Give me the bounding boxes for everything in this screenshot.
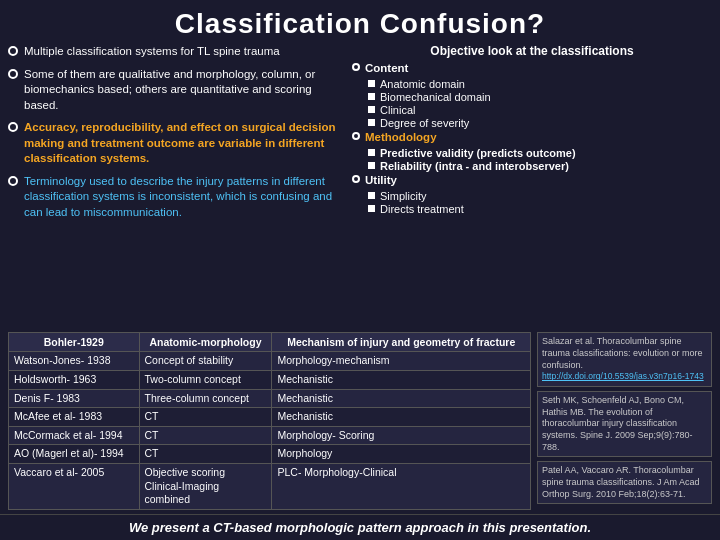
title-bar: Classification Confusion? [0, 0, 720, 44]
table-row: Denis F- 1983Three-column conceptMechani… [9, 389, 531, 408]
sub-text-reliability: Reliability (intra - and interobserver) [380, 160, 569, 172]
bullet-circle-3 [8, 122, 18, 132]
table-cell: Bohler-1929 [9, 333, 140, 352]
ref-link-1[interactable]: http://dx.doi.org/10.5539/jas.v3n7p16-17… [542, 371, 704, 381]
content-section: Content [352, 61, 712, 76]
methodology-label: Methodology [365, 130, 437, 145]
content-circle [352, 63, 360, 71]
table-cell: Morphology-mechanism [272, 352, 531, 371]
table-wrapper: Bohler-1929Anatomic-morphologyMechanism … [8, 332, 531, 510]
sub-square-6 [368, 162, 375, 169]
sub-directs: Directs treatment [368, 203, 712, 215]
sub-text-degree: Degree of severity [380, 117, 469, 129]
table-row: Watson-Jones- 1938Concept of stabilityMo… [9, 352, 531, 371]
table-cell: Anatomic-morphology [139, 333, 272, 352]
bullet-text-3: Accuracy, reproducibility, and effect on… [24, 120, 340, 167]
sub-degree: Degree of severity [368, 117, 712, 129]
sub-square-4 [368, 119, 375, 126]
page: Classification Confusion? Multiple class… [0, 0, 720, 540]
reference-panel: Salazar et al. Thoracolumbar spine traum… [537, 332, 712, 510]
table-area: Bohler-1929Anatomic-morphologyMechanism … [0, 328, 720, 514]
main-content: Multiple classification systems for TL s… [0, 44, 720, 328]
methodology-section: Methodology [352, 130, 712, 145]
ref-text-2: Seth MK, Schoenfeld AJ, Bono CM, Hathis … [542, 395, 693, 452]
table-row: AO (Magerl et al)- 1994CTMorphology [9, 445, 531, 464]
table-cell: Mechanistic [272, 370, 531, 389]
bullet-circle-4 [8, 176, 18, 186]
bullet-circle-2 [8, 69, 18, 79]
table-row: McCormack et al- 1994CTMorphology- Scori… [9, 426, 531, 445]
table-cell: CT [139, 408, 272, 427]
sub-square-8 [368, 205, 375, 212]
table-cell: PLC- Morphology-Clinical [272, 464, 531, 510]
table-cell: CT [139, 426, 272, 445]
sub-square-1 [368, 80, 375, 87]
footer-bar: We present a CT-based morphologic patter… [0, 514, 720, 540]
sub-text-simplicity: Simplicity [380, 190, 426, 202]
table-cell: Mechanistic [272, 408, 531, 427]
ref-text-1: Salazar et al. Thoracolumbar spine traum… [542, 336, 703, 369]
right-panel: Objective look at the classifications Co… [348, 44, 712, 328]
table-row: Bohler-1929Anatomic-morphologyMechanism … [9, 333, 531, 352]
utility-circle [352, 175, 360, 183]
table-cell: Watson-Jones- 1938 [9, 352, 140, 371]
sub-biomech: Biomechanical domain [368, 91, 712, 103]
table-cell: Three-column concept [139, 389, 272, 408]
ref-item-1: Salazar et al. Thoracolumbar spine traum… [537, 332, 712, 387]
bullet-text-4: Terminology used to describe the injury … [24, 174, 340, 221]
table-cell: Mechanism of injury and geometry of frac… [272, 333, 531, 352]
sub-clinical: Clinical [368, 104, 712, 116]
left-panel: Multiple classification systems for TL s… [8, 44, 348, 328]
table-cell: Morphology [272, 445, 531, 464]
table-row: Vaccaro et al- 2005Objective scoring Cli… [9, 464, 531, 510]
sub-reliability: Reliability (intra - and interobserver) [368, 160, 712, 172]
table-cell: AO (Magerl et al)- 1994 [9, 445, 140, 464]
ref-text-3: Patel AA, Vaccaro AR. Thoracolumbar spin… [542, 465, 700, 498]
ref-item-3: Patel AA, Vaccaro AR. Thoracolumbar spin… [537, 461, 712, 504]
main-table: Bohler-1929Anatomic-morphologyMechanism … [8, 332, 531, 510]
sub-square-3 [368, 106, 375, 113]
objective-title: Objective look at the classifications [352, 44, 712, 58]
sub-anatomic: Anatomic domain [368, 78, 712, 90]
table-cell: Denis F- 1983 [9, 389, 140, 408]
utility-label: Utility [365, 173, 397, 188]
sub-simplicity: Simplicity [368, 190, 712, 202]
ref-item-2: Seth MK, Schoenfeld AJ, Bono CM, Hathis … [537, 391, 712, 457]
table-cell: Concept of stability [139, 352, 272, 371]
table-cell: McAfee et al- 1983 [9, 408, 140, 427]
bullet-1: Multiple classification systems for TL s… [8, 44, 340, 60]
sub-text-predictive: Predictive validity (predicts outcome) [380, 147, 576, 159]
methodology-circle [352, 132, 360, 140]
sub-text-clinical: Clinical [380, 104, 415, 116]
bullet-3: Accuracy, reproducibility, and effect on… [8, 120, 340, 167]
table-cell: Vaccaro et al- 2005 [9, 464, 140, 510]
bullet-circle-1 [8, 46, 18, 56]
table-row: McAfee et al- 1983CTMechanistic [9, 408, 531, 427]
sub-square-7 [368, 192, 375, 199]
table-cell: McCormack et al- 1994 [9, 426, 140, 445]
table-cell: Objective scoring Clinical-Imaging combi… [139, 464, 272, 510]
footer-text: We present a CT-based morphologic patter… [129, 520, 591, 535]
sub-square-5 [368, 149, 375, 156]
bullet-text-2: Some of them are qualitative and morphol… [24, 67, 340, 114]
bullet-2: Some of them are qualitative and morphol… [8, 67, 340, 114]
table-cell: Morphology- Scoring [272, 426, 531, 445]
bullet-4: Terminology used to describe the injury … [8, 174, 340, 221]
sub-square-2 [368, 93, 375, 100]
table-cell: Mechanistic [272, 389, 531, 408]
sub-text-biomech: Biomechanical domain [380, 91, 491, 103]
bullet-text-1: Multiple classification systems for TL s… [24, 44, 280, 60]
table-cell: Holdsworth- 1963 [9, 370, 140, 389]
table-cell: Two-column concept [139, 370, 272, 389]
table-cell: CT [139, 445, 272, 464]
content-label: Content [365, 61, 408, 76]
page-title: Classification Confusion? [0, 8, 720, 40]
utility-section: Utility [352, 173, 712, 188]
sub-predictive: Predictive validity (predicts outcome) [368, 147, 712, 159]
sub-text-anatomic: Anatomic domain [380, 78, 465, 90]
sub-text-directs: Directs treatment [380, 203, 464, 215]
table-row: Holdsworth- 1963Two-column conceptMechan… [9, 370, 531, 389]
